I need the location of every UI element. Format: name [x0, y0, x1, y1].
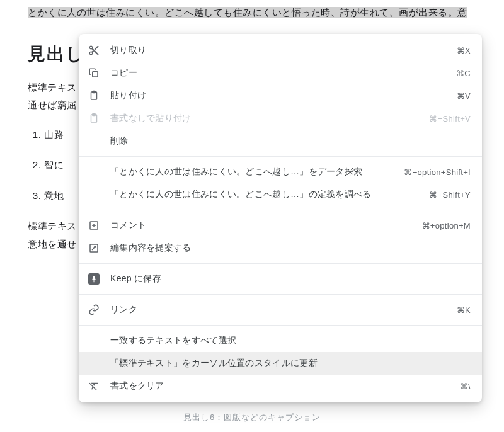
menu-cut[interactable]: 切り取り ⌘X — [79, 39, 482, 62]
paragraph-1[interactable]: とかくに人の世は住みにくい。どこへ越しても住みにくいと悟った時、詩が生れて、画が… — [0, 0, 504, 22]
menu-suggest[interactable]: 編集内容を提案する — [79, 237, 482, 259]
paste-icon — [88, 89, 100, 102]
menu-divider — [79, 263, 482, 264]
suggest-icon — [88, 242, 100, 254]
menu-delete[interactable]: 削除 — [79, 130, 482, 152]
svg-rect-2 — [93, 91, 96, 93]
menu-divider — [79, 210, 482, 210]
menu-clear-format[interactable]: 書式をクリア ⌘\ — [79, 375, 482, 397]
keep-icon — [88, 273, 100, 285]
cut-icon — [88, 44, 100, 57]
menu-link[interactable]: リンク ⌘K — [79, 298, 482, 321]
menu-select-matching[interactable]: 一致するテキストをすべて選択 — [79, 329, 482, 352]
menu-define[interactable]: 「とかくに人の世は住みにくい。どこへ越し…」の定義を調べる ⌘+Shift+Y — [79, 183, 482, 206]
caption-heading-6[interactable]: 見出し6：図版などのキャプション — [0, 412, 504, 423]
menu-paste-plain: 書式なしで貼り付け ⌘+Shift+V — [79, 107, 482, 130]
paste-plain-icon — [88, 112, 100, 125]
selected-text-tail[interactable]: 意 — [457, 7, 467, 18]
svg-rect-0 — [93, 72, 98, 77]
menu-paste[interactable]: 貼り付け ⌘V — [79, 84, 482, 107]
menu-update-style[interactable]: 「標準テキスト」をカーソル位置のスタイルに更新 — [79, 352, 482, 375]
menu-explore[interactable]: 「とかくに人の世は住みにくい。どこへ越し…」をデータ探索 ⌘+option+Sh… — [79, 161, 482, 183]
menu-comment[interactable]: コメント ⌘+option+M — [79, 214, 482, 237]
comment-icon — [88, 219, 100, 232]
menu-divider — [79, 294, 482, 295]
menu-divider — [79, 156, 482, 157]
menu-copy[interactable]: コピー ⌘C — [79, 62, 482, 84]
clear-format-icon — [88, 380, 100, 392]
selected-text[interactable]: とかくに人の世は住みにくい。どこへ越しても住みにくいと悟った時、詩が生れて、画が… — [28, 7, 457, 18]
menu-divider — [79, 325, 482, 326]
copy-icon — [88, 67, 100, 79]
link-icon — [88, 304, 100, 316]
svg-rect-4 — [93, 114, 96, 116]
context-menu: 切り取り ⌘X コピー ⌘C 貼り付け ⌘V 書式なしで貼り付け ⌘+Shift… — [79, 34, 482, 402]
menu-keep[interactable]: Keep に保存 — [79, 268, 482, 290]
